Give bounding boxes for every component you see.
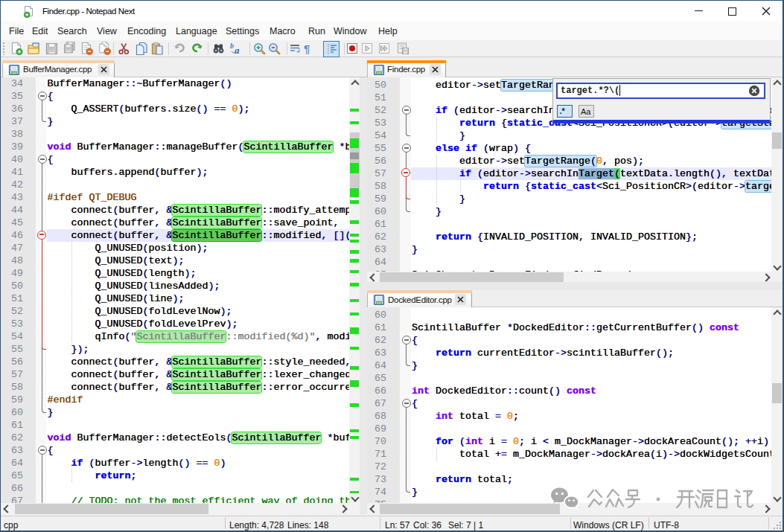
svg-text:¶: ¶ <box>304 42 310 55</box>
svg-text:a: a <box>235 45 240 56</box>
svg-text:b: b <box>230 42 234 50</box>
